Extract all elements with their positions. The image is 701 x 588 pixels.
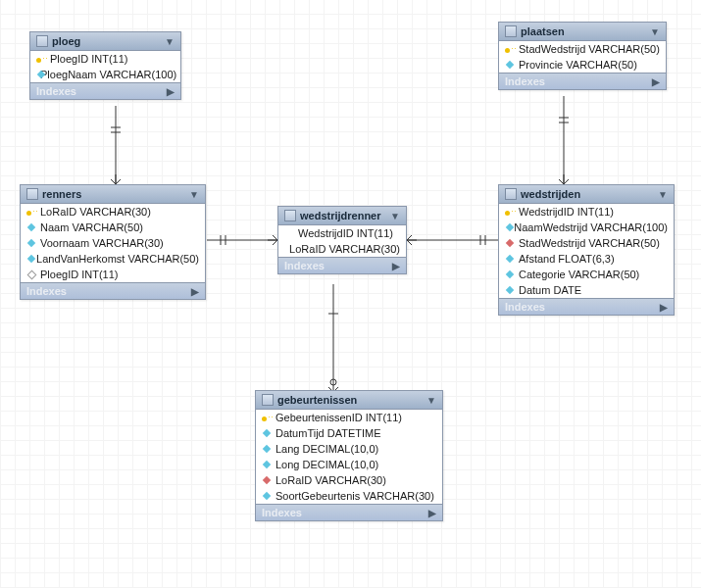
collapse-icon[interactable]: ▼	[165, 36, 175, 47]
expand-icon: ▶	[167, 86, 175, 97]
indexes-row[interactable]: Indexes▶	[256, 504, 442, 520]
column-row: PloegID INT(11)	[30, 51, 180, 67]
column-row: PloegNaam VARCHAR(100)	[30, 67, 180, 82]
expand-icon: ▶	[660, 302, 668, 313]
table-icon	[284, 210, 296, 221]
table-title: gebeurtenissen	[277, 394, 357, 406]
diamond-blue-icon	[262, 428, 272, 438]
table-icon	[26, 188, 38, 200]
blank-icon	[284, 244, 285, 254]
column-row: WedstrijdID INT(11)	[278, 225, 406, 241]
column-text: LoRaID VARCHAR(30)	[289, 243, 400, 255]
diamond-blue-icon	[505, 285, 515, 295]
table-columns: WedstrijdID INT(11)LoRaID VARCHAR(30)	[278, 225, 406, 257]
column-row: SoortGebeurtenis VARCHAR(30)	[256, 488, 442, 504]
table-columns: StadWedstrijd VARCHAR(50)Provincie VARCH…	[499, 41, 666, 73]
table-wedstrijdrenner[interactable]: wedstrijdrenner ▼ WedstrijdID INT(11)LoR…	[277, 206, 407, 274]
collapse-icon[interactable]: ▼	[650, 26, 660, 37]
table-icon	[505, 25, 517, 37]
table-gebeurtenissen[interactable]: gebeurtenissen ▼ GebeurtenissenID INT(11…	[255, 390, 443, 521]
column-text: PloegNaam VARCHAR(100)	[40, 69, 176, 80]
column-row: StadWedstrijd VARCHAR(50)	[499, 235, 674, 251]
svg-point-14	[330, 379, 336, 385]
table-title: ploeg	[52, 35, 80, 47]
table-header[interactable]: gebeurtenissen ▼	[256, 391, 442, 410]
expand-icon: ▶	[652, 76, 660, 87]
table-title: wedstrijdrenner	[300, 210, 381, 221]
column-row: Categorie VARCHAR(50)	[499, 267, 674, 282]
column-row: Afstand FLOAT(6,3)	[499, 251, 674, 267]
column-row: DatumTijd DATETIME	[256, 425, 442, 441]
diamond-red-icon	[262, 475, 272, 485]
diamond-blue-icon	[262, 444, 272, 454]
table-columns: GebeurtenissenID INT(11)DatumTijd DATETI…	[256, 410, 442, 504]
indexes-row[interactable]: Indexes▶	[30, 82, 180, 99]
table-header[interactable]: plaatsen ▼	[499, 23, 666, 41]
column-row: PloegID INT(11)	[21, 267, 205, 282]
column-text: Naam VARCHAR(50)	[40, 221, 143, 233]
column-row: Provincie VARCHAR(50)	[499, 57, 666, 73]
indexes-row[interactable]: Indexes▶	[499, 298, 674, 315]
diamond-blue-icon	[262, 460, 272, 469]
column-text: LoRaID VARCHAR(30)	[40, 206, 151, 218]
diamond-blue-icon	[505, 60, 515, 70]
expand-icon: ▶	[191, 286, 199, 297]
column-row: Lang DECIMAL(10,0)	[256, 441, 442, 457]
column-text: PloegID INT(11)	[50, 53, 127, 65]
collapse-icon[interactable]: ▼	[390, 211, 400, 221]
table-renners[interactable]: renners ▼ LoRaID VARCHAR(30)Naam VARCHAR…	[20, 184, 206, 300]
diamond-blue-icon	[505, 270, 515, 279]
table-title: plaatsen	[521, 25, 565, 37]
collapse-icon[interactable]: ▼	[426, 395, 436, 406]
table-columns: WedstrijdID INT(11)NaamWedstrijd VARCHAR…	[499, 204, 674, 298]
key-icon	[505, 44, 515, 54]
column-text: Provincie VARCHAR(50)	[519, 59, 637, 71]
expand-icon: ▶	[392, 261, 400, 271]
column-text: PloegID INT(11)	[40, 269, 118, 280]
table-title: wedstrijden	[521, 188, 580, 200]
indexes-row[interactable]: Indexes▶	[278, 257, 406, 273]
table-ploeg[interactable]: ploeg ▼ PloegID INT(11)PloegNaam VARCHAR…	[29, 31, 181, 100]
diamond-blue-icon	[26, 222, 36, 232]
column-row: Datum DATE	[499, 282, 674, 298]
column-row: LandVanHerkomst VARCHAR(50)	[21, 251, 205, 267]
column-text: SoortGebeurtenis VARCHAR(30)	[275, 490, 434, 502]
table-header[interactable]: wedstrijden ▼	[499, 185, 674, 204]
column-text: Datum DATE	[519, 284, 581, 296]
diamond-blue-icon	[26, 238, 36, 248]
table-title: renners	[42, 188, 81, 200]
table-icon	[505, 188, 517, 200]
column-row: NaamWedstrijd VARCHAR(100)	[499, 220, 674, 235]
table-columns: LoRaID VARCHAR(30)Naam VARCHAR(50)Voorna…	[21, 204, 205, 282]
indexes-row[interactable]: Indexes▶	[499, 73, 666, 89]
column-row: Long DECIMAL(10,0)	[256, 457, 442, 472]
column-text: WedstrijdID INT(11)	[298, 227, 393, 239]
column-text: GebeurtenissenID INT(11)	[275, 412, 402, 423]
column-row: Voornaam VARCHAR(30)	[21, 235, 205, 251]
column-row: LoRaID VARCHAR(30)	[278, 241, 406, 257]
column-row: LoRaID VARCHAR(30)	[21, 204, 205, 220]
table-plaatsen[interactable]: plaatsen ▼ StadWedstrijd VARCHAR(50)Prov…	[498, 22, 667, 90]
expand-icon: ▶	[428, 508, 436, 518]
diamond-blue-icon	[26, 254, 32, 264]
collapse-icon[interactable]: ▼	[658, 189, 668, 200]
indexes-row[interactable]: Indexes▶	[21, 282, 205, 299]
collapse-icon[interactable]: ▼	[189, 189, 199, 200]
key-icon	[505, 207, 515, 217]
diamond-blue-icon	[505, 254, 515, 264]
column-text: Lang DECIMAL(10,0)	[275, 443, 378, 455]
column-row: WedstrijdID INT(11)	[499, 204, 674, 220]
column-text: WedstrijdID INT(11)	[519, 206, 614, 218]
column-row: LoRaID VARCHAR(30)	[256, 472, 442, 488]
table-header[interactable]: renners ▼	[21, 185, 205, 204]
key-icon	[26, 207, 36, 217]
column-text: StadWedstrijd VARCHAR(50)	[519, 237, 660, 249]
column-text: Categorie VARCHAR(50)	[519, 269, 639, 280]
table-icon	[262, 394, 274, 406]
column-text: LandVanHerkomst VARCHAR(50)	[36, 253, 199, 265]
table-header[interactable]: ploeg ▼	[30, 32, 180, 51]
table-wedstrijden[interactable]: wedstrijden ▼ WedstrijdID INT(11)NaamWed…	[498, 184, 675, 316]
column-row: GebeurtenissenID INT(11)	[256, 410, 442, 425]
blank-icon	[284, 228, 294, 238]
table-header[interactable]: wedstrijdrenner ▼	[278, 207, 406, 225]
